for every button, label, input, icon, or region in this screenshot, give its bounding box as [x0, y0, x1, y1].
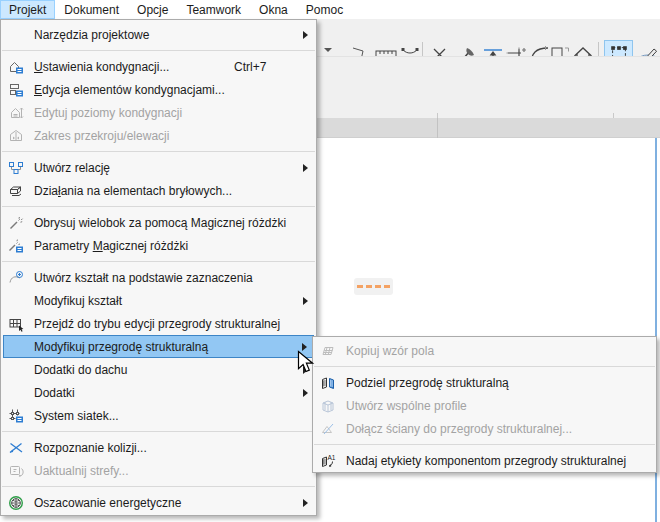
- svg-text:A1: A1: [328, 454, 336, 461]
- grid-system-icon: [8, 408, 28, 424]
- menu-projekt[interactable]: Projekt: [0, 0, 55, 19]
- menu-item-oszacowanie-energetyczne[interactable]: Oszacowanie energetyczne: [1, 491, 316, 514]
- menu-item-ustawienia-kondygnacji[interactable]: Ustawienia kondygnacji... Ctrl+7: [1, 55, 316, 78]
- submenu-item-nadaj-etykiety[interactable]: A1 Nadaj etykiety komponentom przegrody …: [313, 449, 656, 472]
- submenu-arrow-icon: [303, 164, 308, 172]
- submenu-item-podziel-przegrode-strukturalna[interactable]: Podziel przegrodę strukturalną: [313, 371, 656, 394]
- menu-separator: [2, 206, 315, 207]
- create-relation-icon: [8, 160, 28, 176]
- menu-item-edycja-elementow-kondygnacjami[interactable]: Edycja elementów kondygnacjami...: [1, 78, 316, 101]
- menu-separator: [2, 261, 315, 262]
- menu-item-obrysuj-wielobok[interactable]: Obrysuj wielobok za pomocą Magicznej róż…: [1, 211, 316, 234]
- submenu-item-kopiuj-wzor-pola: Kopiuj wzór pola: [313, 339, 656, 362]
- submenu-arrow-icon: [303, 389, 308, 397]
- menu-item-narzedzia-projektowe[interactable]: Narzędzia projektowe: [1, 23, 316, 46]
- menu-dokument[interactable]: Dokument: [55, 0, 128, 19]
- menu-item-uaktualnij-strefy: Uaktualnij strefy...: [1, 459, 316, 482]
- menu-separator: [2, 151, 315, 152]
- magic-wand-settings-icon: [8, 238, 28, 254]
- menu-okna[interactable]: Okna: [250, 0, 297, 19]
- collision-detection-icon: [8, 440, 28, 456]
- menu-item-modyfikuj-przegrode-strukturalna[interactable]: Modyfikuj przegrodę strukturalną: [3, 335, 314, 358]
- menu-item-utworz-relacje[interactable]: Utwórz relację: [1, 156, 316, 179]
- menu-item-dzialania-na-elementach-brylowych[interactable]: Działania na elementach bryłowych...: [1, 179, 316, 202]
- submenu-item-utworz-wspolne-profile: Utwórz wspólne profile: [313, 394, 656, 417]
- menu-item-modyfikuj-ksztalt[interactable]: Modyfikuj kształt: [1, 289, 316, 312]
- copy-field-pattern-icon: [320, 343, 340, 359]
- menu-separator: [2, 50, 315, 51]
- menu-item-przejdz-do-trybu-edycji[interactable]: Przejdź do trybu edycji przegrody strukt…: [1, 312, 316, 335]
- curtain-wall-submenu: Kopiuj wzór pola Podziel przegrodę struk…: [312, 336, 657, 473]
- menu-bar: Projekt Dokument Opcje Teamwork Okna Pom…: [0, 0, 660, 19]
- menu-opcje[interactable]: Opcje: [128, 0, 177, 19]
- menu-pomoc[interactable]: Pomoc: [297, 0, 352, 19]
- menu-item-utworz-ksztalt[interactable]: Utwórz kształt na podstawie zaznaczenia: [1, 266, 316, 289]
- attach-walls-to-curtain-wall-icon: [320, 421, 340, 437]
- menu-separator: [314, 366, 655, 367]
- energy-evaluation-icon: [8, 495, 28, 511]
- edit-story-levels-icon: [8, 105, 28, 121]
- story-settings-icon: [8, 59, 28, 75]
- menu-item-zakres-przekroju-elewacji: Zakres przekroju/elewacji: [1, 124, 316, 147]
- curtain-wall-edit-mode-icon: [8, 316, 28, 332]
- submenu-arrow-icon: [303, 499, 308, 507]
- projekt-menu-dropdown: Narzędzia projektowe Ustawienia kondygna…: [0, 19, 317, 516]
- menu-teamwork[interactable]: Teamwork: [177, 0, 250, 19]
- solid-element-operations-icon: [8, 183, 28, 199]
- menu-separator: [2, 486, 315, 487]
- magic-wand-trace-icon: [8, 215, 28, 231]
- update-zones-icon: [8, 463, 28, 479]
- tab-strip-divider: [437, 118, 438, 138]
- menu-item-dodatki[interactable]: Dodatki: [1, 381, 316, 404]
- selection-dash-marker[interactable]: [354, 278, 393, 295]
- shortcut-label: Ctrl+7: [234, 60, 266, 74]
- menu-item-system-siatek[interactable]: System siatek...: [1, 404, 316, 427]
- menu-item-rozpoznanie-kolizji[interactable]: Rozpoznanie kolizji...: [1, 436, 316, 459]
- edit-elements-by-stories-icon: [8, 82, 28, 98]
- menu-separator: [2, 431, 315, 432]
- create-morph-from-selection-icon: [8, 270, 28, 286]
- menu-separator: [314, 444, 655, 445]
- menu-item-dodatki-do-dachu[interactable]: Dodatki do dachu: [1, 358, 316, 381]
- section-elevation-range-icon: [8, 128, 28, 144]
- submenu-item-dolacz-sciany: Dołącz ściany do przegrody strukturalnej…: [313, 417, 656, 440]
- submenu-arrow-icon: [303, 31, 308, 39]
- create-shared-profiles-icon: [320, 398, 340, 414]
- menu-item-parametry-magicznej-rozdzki[interactable]: Parametry Magicznej różdżki: [1, 234, 316, 257]
- menu-item-edytuj-poziomy-kondygnacji: Edytuj poziomy kondygnacji: [1, 101, 316, 124]
- mouse-cursor: [297, 350, 319, 379]
- split-curtain-wall-icon: [320, 375, 340, 391]
- label-curtain-wall-components-icon: A1: [320, 453, 340, 469]
- submenu-arrow-icon: [303, 297, 308, 305]
